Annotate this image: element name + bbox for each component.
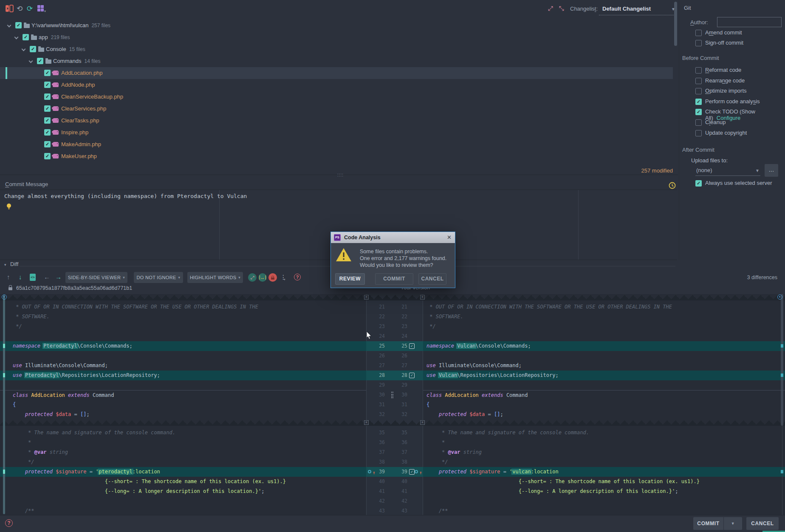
diff-line-right[interactable]: /** — [423, 506, 785, 515]
diff-line-left[interactable]: protected $signature = 'pterodactyl:loca… — [0, 467, 366, 477]
previous-file-icon[interactable]: ← — [44, 273, 50, 280]
expand-region-icon[interactable]: + — [364, 295, 369, 300]
splitter-drag-handle[interactable]: :::: — [337, 173, 344, 177]
diff-line-left[interactable]: * OUT OF OR IN CONNECTION WITH THE SOFTW… — [0, 302, 366, 312]
include-change-checkbox[interactable]: ✓ — [409, 343, 415, 349]
help-icon[interactable]: ? — [5, 519, 13, 527]
checkbox-perform-code-analysis[interactable]: ✓ — [695, 99, 702, 105]
tree-row-file[interactable]: ✓MakeAdmin.php — [0, 139, 673, 150]
diff-line-right[interactable]: class AddLocation extends Command — [423, 390, 785, 400]
chevron-down-icon[interactable] — [22, 47, 26, 51]
tree-row-folder[interactable]: ✓Commands14 files — [0, 55, 673, 67]
checkbox-always-use-selected-server[interactable]: ✓ — [695, 180, 702, 187]
show-diff-icon[interactable] — [5, 4, 14, 13]
dialog-commit-button[interactable]: COMMIT — [375, 273, 413, 285]
collapsed-region-band[interactable] — [0, 295, 785, 300]
changelist-dropdown[interactable]: Default Changelist ▼ — [599, 4, 677, 15]
file-checkbox[interactable]: ✓ — [44, 82, 51, 88]
file-checkbox[interactable]: ✓ — [44, 105, 51, 112]
dialog-cancel-button[interactable]: CANCEL — [418, 273, 446, 285]
diff-line-left[interactable]: * — [0, 438, 366, 447]
change-tick[interactable] — [781, 374, 783, 377]
diff-line-left[interactable]: {--long= : A longer description of this … — [0, 487, 366, 496]
diff-collapse-icon[interactable]: ▾ — [4, 263, 6, 267]
change-tick[interactable] — [781, 344, 783, 348]
file-checkbox[interactable]: ✓ — [23, 34, 29, 40]
diff-line-left[interactable] — [0, 496, 366, 506]
rollback-icon[interactable]: ⟲ — [15, 4, 24, 13]
collapse-unchanged-toggle[interactable]: ⤢ — [248, 273, 257, 282]
tree-row-folder[interactable]: ✓Y:\var\www\html\vulcan257 files — [0, 20, 673, 31]
diff-line-right[interactable]: {--short= : The shortcode name of this l… — [423, 477, 785, 487]
file-checkbox[interactable]: ✓ — [37, 58, 43, 64]
tree-row-file[interactable]: ✓AddLocation.php — [0, 67, 673, 79]
diff-line-left[interactable]: * @var string — [0, 447, 366, 457]
file-checkbox[interactable]: ✓ — [15, 22, 22, 28]
change-tick[interactable] — [781, 470, 783, 473]
collapse-all-icon[interactable]: ⤢ — [557, 4, 566, 13]
expand-region-icon[interactable]: + — [420, 420, 425, 425]
file-checkbox[interactable]: ✓ — [44, 117, 51, 124]
checkbox-amend-commit[interactable] — [695, 30, 702, 36]
change-marker-icon[interactable]: ↑ — [415, 470, 423, 475]
file-checkbox[interactable]: ✓ — [44, 70, 51, 76]
diff-line-right[interactable]: * @var string — [423, 447, 785, 457]
tree-row-file[interactable]: ✓ClearTasks.php — [0, 115, 673, 127]
chevron-down-icon[interactable] — [29, 59, 33, 63]
file-checkbox[interactable]: ✓ — [30, 46, 36, 52]
left-change-markers[interactable] — [3, 295, 5, 514]
file-checkbox[interactable]: ✓ — [44, 141, 51, 147]
diff-line-right[interactable]: protected $data = []; — [423, 410, 785, 419]
expand-region-icon[interactable]: + — [420, 295, 425, 300]
tree-row-file[interactable]: ✓MakeUser.php — [0, 150, 673, 162]
upload-target-dropdown[interactable]: (none)▼ — [695, 166, 760, 176]
diff-line-right[interactable]: { — [423, 400, 785, 410]
include-change-checkbox[interactable]: ✓ — [409, 469, 415, 475]
diff-line-right[interactable]: */ — [423, 322, 785, 331]
expand-region-icon[interactable]: + — [364, 420, 369, 425]
tree-row-file[interactable]: ✓AddNode.php — [0, 79, 673, 91]
tree-scrollbar[interactable] — [674, 2, 677, 46]
author-input[interactable] — [717, 17, 782, 27]
expand-all-icon[interactable]: ⤢ — [546, 4, 555, 13]
diff-line-left[interactable] — [0, 351, 366, 361]
change-tick[interactable] — [3, 470, 5, 474]
diff-line-right[interactable]: * — [423, 438, 785, 447]
change-marker-icon[interactable]: ↑ — [368, 470, 376, 475]
file-checkbox[interactable]: ✓ — [44, 153, 51, 159]
checkbox-sign-off-commit[interactable] — [695, 40, 702, 46]
diff-line-right[interactable]: use Illuminate\Console\Command; — [423, 361, 785, 371]
diff-line-left[interactable] — [0, 380, 366, 390]
diff-line-right[interactable] — [423, 331, 785, 341]
diff-line-left[interactable]: */ — [0, 322, 366, 331]
help-icon[interactable]: ? — [294, 274, 301, 280]
diff-line-right[interactable] — [423, 496, 785, 506]
tree-row-folder[interactable]: ✓Console15 files — [0, 43, 673, 55]
diff-line-left[interactable]: /** — [0, 506, 366, 515]
diff-line-left[interactable]: use Illuminate\Console\Command; — [0, 361, 366, 371]
right-gutter-eye-icon[interactable] — [777, 294, 782, 300]
checkbox-check-todo-show-all-[interactable]: ✓ — [695, 109, 702, 115]
diff-section-label[interactable]: Diff — [10, 261, 18, 267]
tree-row-folder[interactable]: ✓app219 files — [0, 31, 673, 43]
diff-line-left[interactable]: * The name and signature of the console … — [0, 428, 366, 438]
jump-to-source-icon[interactable]: <> — [30, 274, 36, 281]
diff-line-left[interactable]: * SOFTWARE. — [0, 312, 366, 322]
checkbox-cleanup[interactable] — [695, 119, 702, 126]
diff-line-left[interactable]: {--short= : The shortcode name of this l… — [0, 477, 366, 487]
cancel-button[interactable]: CANCEL — [746, 517, 779, 530]
diff-line-left[interactable]: namespace Pterodactyl\Console\Commands; — [0, 341, 366, 351]
diff-line-left[interactable]: protected $data = []; — [0, 410, 366, 419]
change-tick[interactable] — [3, 344, 5, 348]
refresh-icon[interactable]: ⟳ — [25, 4, 34, 13]
checkbox-update-copyright[interactable] — [695, 130, 702, 136]
group-by-icon[interactable] — [37, 5, 44, 11]
next-file-icon[interactable]: → — [55, 273, 62, 280]
tree-row-file[interactable]: ✓ClearServices.php — [0, 103, 673, 115]
diff-line-right[interactable] — [423, 380, 785, 390]
review-button[interactable]: REVIEW — [335, 273, 365, 285]
gutter-drag-grip[interactable] — [391, 392, 393, 398]
read-only-lock-toggle[interactable] — [268, 273, 277, 282]
diff-line-right[interactable] — [423, 351, 785, 361]
whitespace-policy-dropdown[interactable]: DO NOT IGNORE ▾ — [134, 272, 183, 283]
